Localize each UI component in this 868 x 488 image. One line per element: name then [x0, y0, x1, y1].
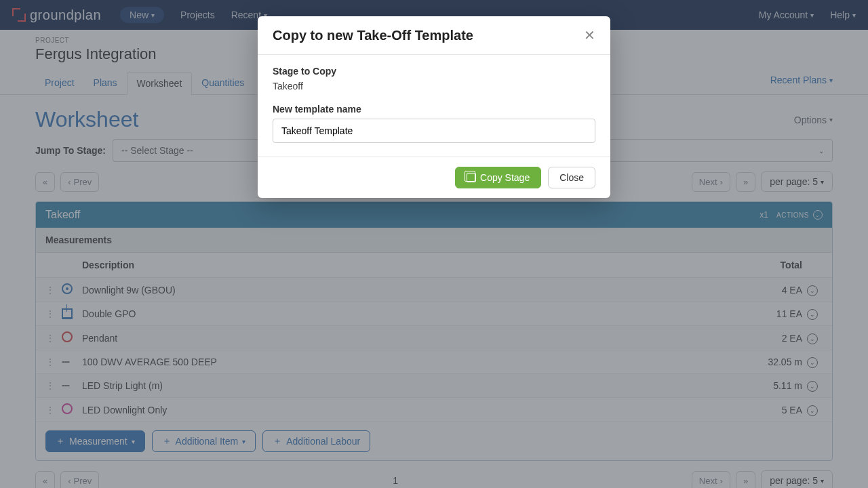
- modal-overlay[interactable]: Copy to new Take-Off Template ✕ Stage to…: [0, 0, 868, 488]
- close-button[interactable]: Close: [548, 167, 595, 188]
- stage-to-copy-value: Takeoff: [273, 81, 595, 92]
- copy-stage-button[interactable]: Copy Stage: [455, 167, 541, 188]
- template-name-label: New template name: [273, 104, 595, 115]
- close-icon: ✕: [584, 28, 595, 43]
- modal-title: Copy to new Take-Off Template: [273, 28, 584, 43]
- stage-to-copy-label: Stage to Copy: [273, 66, 595, 77]
- copy-template-modal: Copy to new Take-Off Template ✕ Stage to…: [258, 16, 610, 198]
- template-name-input[interactable]: [273, 119, 595, 143]
- copy-icon: [467, 173, 476, 182]
- modal-close-button[interactable]: ✕: [584, 27, 595, 43]
